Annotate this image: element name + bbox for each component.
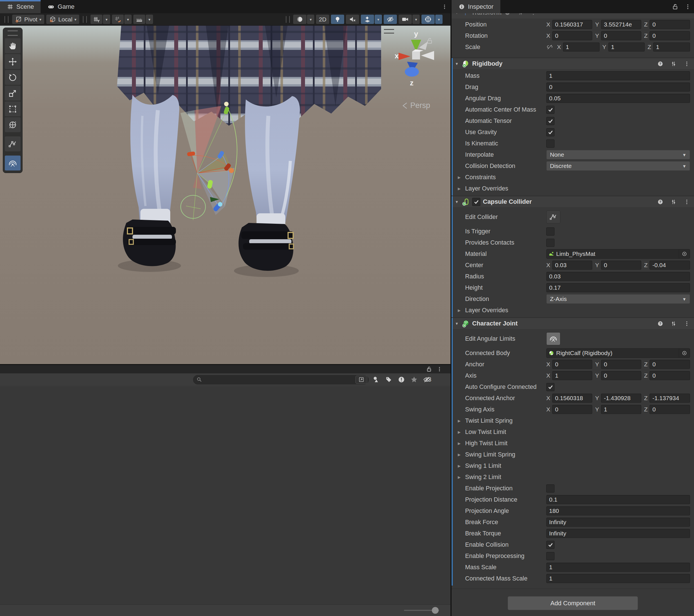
- field-input-z[interactable]: [650, 20, 690, 29]
- component-header[interactable]: ▼Rigidbody?: [452, 58, 694, 70]
- visibility-button[interactable]: [384, 15, 397, 24]
- foldout-arrow-icon[interactable]: ▶: [458, 475, 465, 479]
- search-picker-button[interactable]: [355, 376, 367, 384]
- object-field[interactable]: RightCalf (Rigidbody): [546, 348, 690, 358]
- help-icon[interactable]: ?: [657, 320, 663, 327]
- checkbox[interactable]: [546, 383, 554, 391]
- field-input-y[interactable]: [601, 261, 641, 270]
- presets-icon[interactable]: [670, 320, 677, 327]
- field-input[interactable]: [546, 82, 690, 92]
- checkbox[interactable]: [546, 128, 554, 136]
- checkbox[interactable]: [546, 239, 554, 247]
- foldout-arrow-icon[interactable]: ▶: [458, 308, 465, 313]
- add-component-button[interactable]: Add Component: [508, 596, 638, 610]
- camera-button[interactable]: [399, 15, 412, 24]
- foldout-arrow-icon[interactable]: ▶: [458, 430, 465, 434]
- field-input[interactable]: [546, 529, 690, 538]
- inspector-menu-kebab-icon[interactable]: [681, 0, 694, 13]
- field-input[interactable]: [546, 495, 690, 504]
- field-input-y[interactable]: [608, 42, 645, 52]
- toggle-2d-button[interactable]: 2D: [316, 15, 329, 24]
- edit-joint-angular-limits-tool-button[interactable]: [5, 155, 21, 170]
- inspector-lock-icon[interactable]: [669, 0, 681, 13]
- object-picker-icon[interactable]: [679, 249, 690, 258]
- lighting-button[interactable]: [331, 15, 344, 24]
- rect-tool-button[interactable]: [5, 101, 21, 116]
- field-input-x[interactable]: [552, 371, 592, 380]
- field-input-x[interactable]: [552, 31, 592, 40]
- help-icon[interactable]: ?: [504, 13, 511, 16]
- chevron-down-button[interactable]: ▾: [307, 15, 314, 24]
- field-input-x[interactable]: [563, 42, 600, 52]
- field-input[interactable]: [546, 94, 690, 103]
- foldout-arrow-icon[interactable]: ▶: [458, 452, 465, 457]
- chevron-down-button[interactable]: ▾: [103, 15, 110, 24]
- effects-button[interactable]: [361, 15, 374, 24]
- field-input-x[interactable]: [552, 394, 592, 403]
- dropdown[interactable]: Z-Axis▼: [546, 294, 690, 304]
- kebab-icon[interactable]: [683, 320, 690, 327]
- field-input[interactable]: [546, 506, 690, 516]
- foldout-arrow-icon[interactable]: ▶: [458, 187, 465, 191]
- scale-tool-button[interactable]: [5, 86, 21, 100]
- link-off-icon[interactable]: [546, 44, 553, 51]
- field-input-x[interactable]: [552, 405, 592, 414]
- field-input[interactable]: [546, 518, 690, 527]
- tab-game[interactable]: Game: [41, 0, 81, 13]
- foldout-arrow-icon[interactable]: ▼: [455, 200, 459, 204]
- field-label[interactable]: High Twist Limit: [465, 440, 546, 447]
- chevron-down-button[interactable]: ▾: [375, 15, 382, 24]
- field-input-z[interactable]: [650, 394, 690, 403]
- view-tool-button[interactable]: [5, 38, 21, 53]
- filter-by-type-button[interactable]: [372, 376, 380, 384]
- field-input-y[interactable]: [601, 31, 641, 40]
- field-input-y[interactable]: [601, 20, 641, 29]
- field-label[interactable]: Layer Overrides: [465, 185, 546, 192]
- pivot-mode-button[interactable]: Pivot ▾: [12, 15, 44, 24]
- field-input-x[interactable]: [552, 360, 592, 369]
- field-input-y[interactable]: [601, 371, 641, 380]
- search-field[interactable]: [193, 375, 369, 385]
- favorites-button[interactable]: [410, 376, 418, 384]
- snap-increment-button[interactable]: [133, 15, 145, 24]
- bottom-panel-content[interactable]: [0, 386, 451, 604]
- component-enabled-checkbox[interactable]: [472, 198, 480, 206]
- presets-icon[interactable]: [670, 61, 677, 67]
- filter-by-label-button[interactable]: [385, 376, 392, 384]
- field-input-y[interactable]: [601, 394, 641, 403]
- foldout-arrow-icon[interactable]: ▼: [455, 321, 459, 326]
- grid-snap-overlay-handle[interactable]: [83, 16, 87, 23]
- chevron-down-button[interactable]: ▾: [413, 15, 420, 24]
- field-input-y[interactable]: [601, 360, 641, 369]
- foldout-arrow-icon[interactable]: ▶: [458, 419, 465, 423]
- foldout-arrow-icon[interactable]: ▶: [458, 441, 465, 446]
- rotate-tool-button[interactable]: [5, 70, 21, 85]
- zoom-slider-knob[interactable]: [432, 607, 439, 614]
- checkbox[interactable]: [546, 139, 554, 148]
- dropdown[interactable]: Discrete▼: [546, 161, 690, 171]
- field-input[interactable]: [546, 283, 690, 292]
- help-icon[interactable]: ?: [657, 199, 663, 205]
- orientation-overlay-handle[interactable]: [384, 29, 394, 34]
- presets-icon[interactable]: [517, 13, 524, 16]
- orientation-gizmo[interactable]: y x z: [391, 30, 442, 95]
- component-header[interactable]: ▼Character Joint?: [452, 318, 694, 330]
- console-alert-button[interactable]: [398, 376, 405, 384]
- tab-scene[interactable]: Scene: [0, 0, 41, 13]
- field-label[interactable]: Low Twist Limit: [465, 429, 546, 436]
- move-tool-button[interactable]: [5, 54, 21, 69]
- field-input-z[interactable]: [650, 371, 690, 380]
- field-input-y[interactable]: [601, 405, 641, 414]
- object-field[interactable]: Limb_PhysMat: [546, 249, 690, 259]
- transform-component-header[interactable]: ▼ Transform ?: [452, 13, 694, 19]
- dropdown[interactable]: None▼: [546, 150, 690, 160]
- field-label[interactable]: Swing 1 Limit: [465, 462, 546, 469]
- checkbox[interactable]: [546, 227, 554, 236]
- kebab-icon[interactable]: [683, 199, 690, 205]
- tools-overlay-drag-handle[interactable]: [7, 31, 18, 36]
- transform-tool-button[interactable]: [5, 117, 21, 132]
- kebab-icon[interactable]: [530, 13, 536, 16]
- field-input[interactable]: [546, 563, 690, 572]
- field-input[interactable]: [546, 272, 690, 281]
- kebab-icon[interactable]: [683, 61, 690, 67]
